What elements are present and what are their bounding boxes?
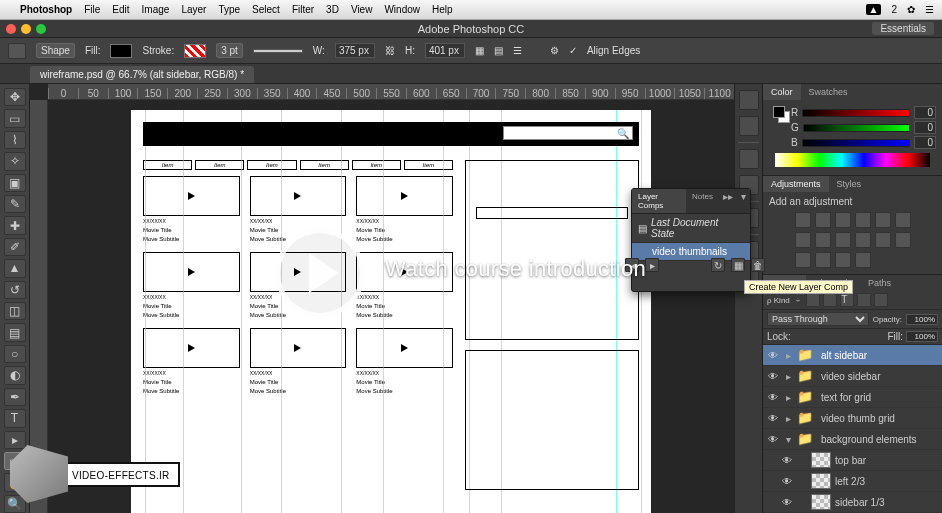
update-comp-button[interactable]: ↻: [711, 258, 725, 272]
eraser-tool-icon[interactable]: ◫: [4, 302, 26, 320]
expand-arrow-icon[interactable]: ▾: [783, 434, 793, 445]
curves-icon[interactable]: [835, 212, 851, 228]
guide[interactable]: [383, 110, 384, 513]
green-value[interactable]: 0: [914, 121, 936, 134]
zoom-window-button[interactable]: [36, 24, 46, 34]
panel-menu-icon[interactable]: ▾: [737, 189, 750, 213]
history-brush-tool-icon[interactable]: ↺: [4, 281, 26, 299]
layer-row[interactable]: 👁 top bar: [763, 450, 942, 471]
stroke-style-dropdown[interactable]: [253, 49, 303, 53]
guide[interactable]: [241, 110, 242, 513]
sync-icon[interactable]: ✿: [907, 4, 915, 15]
menu-edit[interactable]: Edit: [112, 4, 129, 15]
width-field[interactable]: [335, 43, 375, 58]
posterize-icon[interactable]: [895, 232, 911, 248]
close-window-button[interactable]: [6, 24, 16, 34]
cc-badge-icon[interactable]: ▲: [866, 4, 882, 15]
selective-icon[interactable]: [815, 252, 831, 268]
panel-collapse-icon[interactable]: ▸▸: [719, 189, 737, 213]
menu-help[interactable]: Help: [432, 4, 453, 15]
guide[interactable]: [281, 110, 282, 513]
visibility-toggle-icon[interactable]: 👁: [781, 455, 793, 466]
visibility-toggle-icon[interactable]: 👁: [767, 392, 779, 403]
visibility-toggle-icon[interactable]: 👁: [767, 350, 779, 361]
type-tool-icon[interactable]: T: [4, 409, 26, 427]
layer-name[interactable]: left 2/3: [835, 476, 865, 487]
menu-filter[interactable]: Filter: [292, 4, 314, 15]
menu-view[interactable]: View: [351, 4, 373, 15]
filter-shape-icon[interactable]: [857, 293, 871, 307]
gear-icon[interactable]: ⚙: [550, 45, 559, 56]
visibility-toggle-icon[interactable]: 👁: [767, 371, 779, 382]
gradient-tool-icon[interactable]: ▤: [4, 323, 26, 341]
layer-name[interactable]: text for grid: [821, 392, 871, 403]
brush-tool-icon[interactable]: ✐: [4, 238, 26, 256]
tab-paths[interactable]: Paths: [860, 275, 899, 291]
menu-3d[interactable]: 3D: [326, 4, 339, 15]
marquee-tool-icon[interactable]: ▭: [4, 109, 26, 127]
layer-name[interactable]: video thumb grid: [821, 413, 895, 424]
visibility-toggle-icon[interactable]: 👁: [781, 476, 793, 487]
tab-styles[interactable]: Styles: [829, 176, 870, 192]
blue-value[interactable]: 0: [914, 136, 936, 149]
color-lookup-icon[interactable]: [855, 232, 871, 248]
next-comp-button[interactable]: ▸: [645, 258, 659, 272]
tab-adjustments[interactable]: Adjustments: [763, 176, 829, 192]
dodge-tool-icon[interactable]: ◐: [4, 366, 26, 384]
layer-name[interactable]: video sidebar: [821, 371, 880, 382]
layer-row[interactable]: 👁 ▸ 📁 video sidebar: [763, 366, 942, 387]
crop-tool-icon[interactable]: ▣: [4, 174, 26, 192]
menu-layer[interactable]: Layer: [181, 4, 206, 15]
adj-icon-16[interactable]: [855, 252, 871, 268]
expand-arrow-icon[interactable]: ▸: [783, 350, 793, 361]
layer-row[interactable]: 👁 ▸ 📁 text for grid: [763, 387, 942, 408]
exposure-icon[interactable]: [855, 212, 871, 228]
dock-history-icon[interactable]: [739, 90, 759, 110]
layer-name[interactable]: background elements: [821, 434, 917, 445]
menu-image[interactable]: Image: [142, 4, 170, 15]
layer-row[interactable]: 👁 sidebar 1/3: [763, 492, 942, 513]
red-slider[interactable]: [802, 109, 910, 117]
tool-preset-icon[interactable]: [8, 43, 26, 59]
move-tool-icon[interactable]: ✥: [4, 88, 26, 106]
visibility-toggle-icon[interactable]: 👁: [767, 434, 779, 445]
menu-window[interactable]: Window: [384, 4, 420, 15]
dock-properties-icon[interactable]: [739, 116, 759, 136]
path-ops-icon[interactable]: ▦: [475, 45, 484, 56]
path-align-icon[interactable]: ▤: [494, 45, 503, 56]
guide[interactable]: [183, 110, 184, 513]
lasso-tool-icon[interactable]: ⌇: [4, 131, 26, 149]
link-wh-icon[interactable]: ⛓: [385, 45, 395, 56]
layer-name[interactable]: alt sidebar: [821, 350, 867, 361]
visibility-toggle-icon[interactable]: 👁: [781, 497, 793, 508]
layer-row[interactable]: 👁 ▸ 📁 alt sidebar: [763, 345, 942, 366]
expand-arrow-icon[interactable]: ▸: [783, 413, 793, 424]
menu-file[interactable]: File: [84, 4, 100, 15]
app-menu[interactable]: Photoshop: [20, 4, 72, 15]
layer-name[interactable]: top bar: [835, 455, 866, 466]
blur-tool-icon[interactable]: ○: [4, 345, 26, 363]
tab-layer-comps[interactable]: Layer Comps: [632, 189, 686, 213]
layer-name[interactable]: sidebar 1/3: [835, 497, 884, 508]
expand-arrow-icon[interactable]: ▸: [783, 371, 793, 382]
levels-icon[interactable]: [815, 212, 831, 228]
layer-row[interactable]: 👁 ▾ 📁 background elements: [763, 429, 942, 450]
tab-notes[interactable]: Notes: [686, 189, 719, 213]
filter-pixel-icon[interactable]: [806, 293, 820, 307]
shape-mode-dropdown[interactable]: Shape: [36, 43, 75, 58]
dock-character-icon[interactable]: [739, 149, 759, 169]
filter-adj-icon[interactable]: [823, 293, 837, 307]
blue-slider[interactable]: [802, 139, 910, 147]
wireframe-document[interactable]: 🔍 Item Item Item Item Item Item XX/XX/XX…: [131, 110, 651, 513]
threshold-icon[interactable]: [795, 252, 811, 268]
stamp-tool-icon[interactable]: ▲: [4, 259, 26, 277]
visibility-toggle-icon[interactable]: 👁: [767, 413, 779, 424]
stroke-swatch[interactable]: [184, 44, 206, 58]
menu-select[interactable]: Select: [252, 4, 280, 15]
opacity-field[interactable]: 100%: [906, 314, 938, 325]
expand-arrow-icon[interactable]: ▸: [783, 392, 793, 403]
blend-mode-dropdown[interactable]: Pass Through: [767, 312, 869, 326]
height-field[interactable]: [425, 43, 465, 58]
magic-wand-tool-icon[interactable]: ✧: [4, 152, 26, 170]
fill-field[interactable]: 100%: [906, 331, 938, 342]
